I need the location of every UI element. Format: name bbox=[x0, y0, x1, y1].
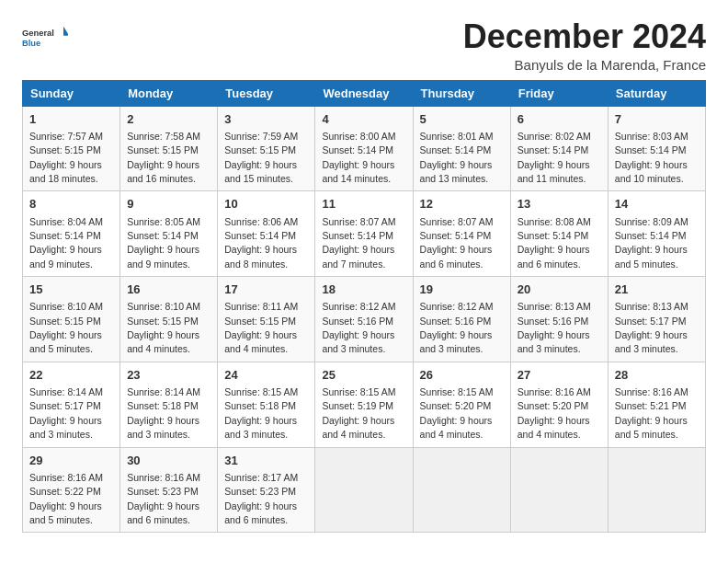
daylight-text: Daylight: 9 hours and 4 minutes. bbox=[322, 415, 394, 440]
calendar-week-row: 29 Sunrise: 8:16 AM Sunset: 5:22 PM Dayl… bbox=[23, 447, 706, 533]
daylight-text: Daylight: 9 hours and 3 minutes. bbox=[615, 329, 688, 354]
sunrise-text: Sunrise: 7:58 AM bbox=[127, 131, 200, 142]
sunset-text: Sunset: 5:15 PM bbox=[224, 316, 296, 327]
day-number: 10 bbox=[224, 196, 308, 213]
sunrise-text: Sunrise: 8:03 AM bbox=[615, 131, 688, 142]
sunset-text: Sunset: 5:14 PM bbox=[224, 230, 296, 241]
daylight-text: Daylight: 9 hours and 4 minutes. bbox=[224, 329, 297, 354]
daylight-text: Daylight: 9 hours and 3 minutes. bbox=[29, 415, 102, 440]
col-wednesday: Wednesday bbox=[315, 80, 413, 106]
table-row: 7 Sunrise: 8:03 AM Sunset: 5:14 PM Dayli… bbox=[608, 106, 705, 191]
table-row: 21 Sunrise: 8:13 AM Sunset: 5:17 PM Dayl… bbox=[608, 277, 705, 362]
svg-marker-2 bbox=[63, 27, 68, 36]
sunrise-text: Sunrise: 8:02 AM bbox=[518, 131, 591, 142]
sunrise-text: Sunrise: 8:09 AM bbox=[615, 216, 688, 227]
day-number: 2 bbox=[127, 111, 210, 128]
sunset-text: Sunset: 5:14 PM bbox=[615, 230, 687, 241]
col-thursday: Thursday bbox=[413, 80, 510, 106]
sunset-text: Sunset: 5:21 PM bbox=[615, 400, 687, 411]
daylight-text: Daylight: 9 hours and 6 minutes. bbox=[420, 244, 493, 269]
table-row: 5 Sunrise: 8:01 AM Sunset: 5:14 PM Dayli… bbox=[413, 106, 510, 191]
sunset-text: Sunset: 5:15 PM bbox=[29, 144, 101, 155]
sunrise-text: Sunrise: 8:14 AM bbox=[29, 386, 103, 397]
table-row: 10 Sunrise: 8:06 AM Sunset: 5:14 PM Dayl… bbox=[218, 191, 315, 277]
daylight-text: Daylight: 9 hours and 4 minutes. bbox=[127, 329, 199, 354]
daylight-text: Daylight: 9 hours and 6 minutes. bbox=[518, 244, 590, 269]
daylight-text: Daylight: 9 hours and 11 minutes. bbox=[518, 159, 590, 184]
daylight-text: Daylight: 9 hours and 10 minutes. bbox=[615, 159, 688, 184]
table-row bbox=[510, 447, 608, 533]
sunrise-text: Sunrise: 8:16 AM bbox=[29, 472, 103, 483]
daylight-text: Daylight: 9 hours and 8 minutes. bbox=[224, 244, 297, 269]
logo: General Blue bbox=[22, 18, 68, 55]
day-number: 25 bbox=[322, 367, 405, 384]
table-row: 28 Sunrise: 8:16 AM Sunset: 5:21 PM Dayl… bbox=[608, 362, 705, 447]
daylight-text: Daylight: 9 hours and 5 minutes. bbox=[615, 244, 688, 269]
sunrise-text: Sunrise: 8:16 AM bbox=[518, 386, 591, 397]
sunset-text: Sunset: 5:14 PM bbox=[615, 144, 687, 155]
calendar-table: Sunday Monday Tuesday Wednesday Thursday… bbox=[22, 80, 706, 534]
sunset-text: Sunset: 5:16 PM bbox=[322, 316, 393, 327]
sunrise-text: Sunrise: 8:15 AM bbox=[224, 386, 298, 397]
daylight-text: Daylight: 9 hours and 3 minutes. bbox=[518, 329, 590, 354]
sunrise-text: Sunrise: 8:16 AM bbox=[127, 472, 200, 483]
table-row: 29 Sunrise: 8:16 AM Sunset: 5:22 PM Dayl… bbox=[23, 447, 120, 533]
sunrise-text: Sunrise: 7:59 AM bbox=[224, 131, 298, 142]
day-number: 16 bbox=[127, 282, 210, 298]
day-number: 30 bbox=[127, 453, 210, 469]
table-row: 22 Sunrise: 8:14 AM Sunset: 5:17 PM Dayl… bbox=[23, 362, 120, 447]
daylight-text: Daylight: 9 hours and 6 minutes. bbox=[224, 500, 297, 525]
day-number: 12 bbox=[420, 196, 504, 213]
day-number: 6 bbox=[518, 111, 601, 128]
sunset-text: Sunset: 5:14 PM bbox=[420, 144, 492, 155]
sunrise-text: Sunrise: 8:13 AM bbox=[615, 301, 688, 312]
daylight-text: Daylight: 9 hours and 16 minutes. bbox=[127, 159, 199, 184]
sunrise-text: Sunrise: 7:57 AM bbox=[29, 131, 103, 142]
day-number: 4 bbox=[322, 111, 405, 128]
calendar-week-row: 8 Sunrise: 8:04 AM Sunset: 5:14 PM Dayli… bbox=[23, 191, 706, 277]
day-number: 19 bbox=[420, 282, 504, 298]
day-number: 20 bbox=[518, 282, 601, 298]
sunrise-text: Sunrise: 8:12 AM bbox=[322, 301, 395, 312]
day-number: 21 bbox=[615, 282, 699, 298]
table-row: 24 Sunrise: 8:15 AM Sunset: 5:18 PM Dayl… bbox=[218, 362, 315, 447]
day-number: 17 bbox=[224, 282, 308, 298]
sunrise-text: Sunrise: 8:08 AM bbox=[518, 216, 591, 227]
sunset-text: Sunset: 5:20 PM bbox=[420, 400, 492, 411]
sunset-text: Sunset: 5:14 PM bbox=[322, 144, 393, 155]
sunset-text: Sunset: 5:14 PM bbox=[518, 144, 589, 155]
day-number: 14 bbox=[615, 196, 699, 213]
col-monday: Monday bbox=[120, 80, 218, 106]
table-row bbox=[608, 447, 705, 533]
daylight-text: Daylight: 9 hours and 9 minutes. bbox=[29, 244, 102, 269]
sunset-text: Sunset: 5:16 PM bbox=[420, 316, 492, 327]
day-number: 23 bbox=[127, 367, 210, 384]
sunset-text: Sunset: 5:15 PM bbox=[29, 316, 101, 327]
logo-svg: General Blue bbox=[22, 18, 68, 55]
sunrise-text: Sunrise: 8:07 AM bbox=[322, 216, 395, 227]
col-saturday: Saturday bbox=[608, 80, 705, 106]
sunrise-text: Sunrise: 8:07 AM bbox=[420, 216, 494, 227]
table-row: 18 Sunrise: 8:12 AM Sunset: 5:16 PM Dayl… bbox=[315, 277, 413, 362]
daylight-text: Daylight: 9 hours and 14 minutes. bbox=[322, 159, 394, 184]
sunset-text: Sunset: 5:15 PM bbox=[127, 144, 199, 155]
sunrise-text: Sunrise: 8:01 AM bbox=[420, 131, 494, 142]
table-row: 30 Sunrise: 8:16 AM Sunset: 5:23 PM Dayl… bbox=[120, 447, 218, 533]
sunrise-text: Sunrise: 8:10 AM bbox=[29, 301, 103, 312]
daylight-text: Daylight: 9 hours and 5 minutes. bbox=[29, 500, 102, 525]
page-title: December 2024 bbox=[463, 18, 706, 55]
sunrise-text: Sunrise: 8:13 AM bbox=[518, 301, 591, 312]
table-row: 19 Sunrise: 8:12 AM Sunset: 5:16 PM Dayl… bbox=[413, 277, 510, 362]
sunset-text: Sunset: 5:14 PM bbox=[29, 230, 101, 241]
page-subtitle: Banyuls de la Marenda, France bbox=[463, 57, 706, 73]
calendar-week-row: 15 Sunrise: 8:10 AM Sunset: 5:15 PM Dayl… bbox=[23, 277, 706, 362]
svg-text:General: General bbox=[22, 29, 54, 38]
table-row: 2 Sunrise: 7:58 AM Sunset: 5:15 PM Dayli… bbox=[120, 106, 218, 191]
day-number: 9 bbox=[127, 196, 210, 213]
sunrise-text: Sunrise: 8:17 AM bbox=[224, 472, 298, 483]
daylight-text: Daylight: 9 hours and 5 minutes. bbox=[615, 415, 688, 440]
table-row: 11 Sunrise: 8:07 AM Sunset: 5:14 PM Dayl… bbox=[315, 191, 413, 277]
day-number: 3 bbox=[224, 111, 308, 128]
sunset-text: Sunset: 5:18 PM bbox=[127, 400, 199, 411]
table-row: 14 Sunrise: 8:09 AM Sunset: 5:14 PM Dayl… bbox=[608, 191, 705, 277]
